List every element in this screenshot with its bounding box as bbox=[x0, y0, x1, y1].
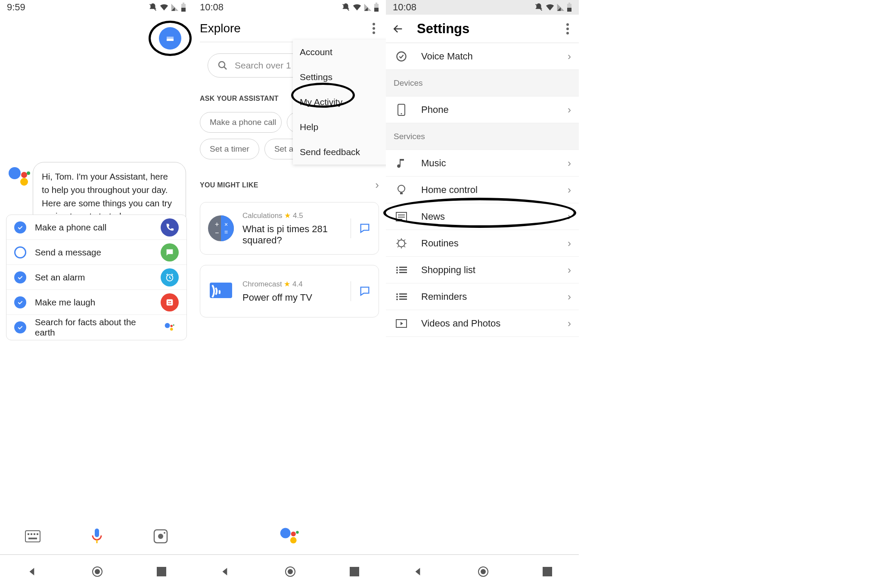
check-filled-icon bbox=[14, 321, 26, 333]
svg-rect-68 bbox=[399, 269, 407, 271]
svg-point-9 bbox=[20, 178, 28, 186]
mic-icon[interactable] bbox=[90, 528, 103, 545]
svg-point-28 bbox=[164, 532, 165, 534]
screen-assistant: 9:59 Hi, Tom. I'm your Assistant, here t… bbox=[0, 0, 193, 588]
assistant-logo-icon bbox=[8, 165, 30, 188]
screen-settings: 10:08 Settings Voice Match›DevicesPhone›… bbox=[386, 0, 579, 588]
settings-item-news[interactable]: News› bbox=[386, 203, 579, 230]
suggestion-chip[interactable]: Make a phone call bbox=[200, 112, 282, 133]
settings-item-music[interactable]: Music› bbox=[386, 150, 579, 177]
svg-rect-20 bbox=[31, 533, 32, 535]
svg-point-58 bbox=[398, 185, 405, 192]
svg-point-12 bbox=[168, 301, 170, 302]
svg-rect-54 bbox=[568, 3, 570, 4]
svg-point-49 bbox=[288, 569, 293, 574]
svg-rect-70 bbox=[399, 272, 407, 273]
chevron-right-icon: › bbox=[568, 157, 571, 169]
try-button[interactable] bbox=[351, 281, 371, 301]
settings-item-reminders[interactable]: Reminders› bbox=[386, 283, 579, 310]
search-icon bbox=[217, 60, 228, 71]
explore-card[interactable]: Chromecast ★ 4.4Power off my TV bbox=[200, 265, 379, 317]
overflow-menu-button[interactable] bbox=[562, 23, 573, 34]
svg-rect-3 bbox=[183, 3, 184, 4]
nav-recent-icon[interactable] bbox=[543, 567, 552, 576]
settings-item-label: Shopping list bbox=[421, 264, 556, 276]
nav-back-icon[interactable] bbox=[413, 566, 424, 577]
settings-item-label: Home control bbox=[421, 184, 556, 196]
back-arrow-icon[interactable] bbox=[392, 23, 404, 35]
signal-icon bbox=[556, 3, 565, 12]
settings-section-header: Devices bbox=[386, 70, 579, 96]
music-icon bbox=[394, 157, 409, 169]
menu-item-help[interactable]: Help bbox=[293, 115, 393, 140]
mute-icon bbox=[534, 3, 543, 12]
svg-point-6 bbox=[9, 167, 21, 179]
svg-rect-34 bbox=[374, 8, 379, 12]
menu-item-my-activity[interactable]: My Activity bbox=[293, 90, 393, 115]
svg-text:−: − bbox=[215, 229, 219, 236]
explore-card[interactable]: +−×=Calculations ★ 4.5What is pi times 2… bbox=[200, 202, 379, 255]
suggestion-row[interactable]: Search for facts about the earth bbox=[6, 315, 186, 340]
suggestion-row[interactable]: Set an alarm bbox=[6, 265, 186, 290]
card-category: Chromecast ★ 4.4 bbox=[242, 280, 342, 289]
mute-icon bbox=[341, 3, 351, 12]
svg-rect-19 bbox=[28, 533, 29, 535]
status-bar: 9:59 bbox=[0, 0, 193, 15]
menu-item-account[interactable]: Account bbox=[293, 40, 393, 65]
assistant-logo-icon[interactable] bbox=[279, 526, 300, 547]
settings-item-videos-and-photos[interactable]: Videos and Photos› bbox=[386, 310, 579, 337]
keyboard-icon[interactable] bbox=[25, 530, 40, 542]
message-icon bbox=[161, 243, 179, 261]
try-button[interactable] bbox=[351, 218, 371, 238]
svg-text:=: = bbox=[224, 229, 228, 236]
suggestion-chip[interactable]: Set a timer bbox=[200, 139, 259, 159]
suggestion-row[interactable]: Make a phone call bbox=[6, 215, 186, 240]
settings-item-shopping-list[interactable]: Shopping list› bbox=[386, 257, 579, 283]
svg-point-7 bbox=[21, 172, 27, 178]
settings-item-voice-match[interactable]: Voice Match› bbox=[386, 43, 579, 70]
settings-item-phone[interactable]: Phone› bbox=[386, 96, 579, 123]
suggestion-row[interactable]: Send a message bbox=[6, 240, 186, 265]
status-bar: 10:08 bbox=[386, 0, 579, 15]
svg-text:+: + bbox=[215, 221, 219, 228]
svg-point-44 bbox=[280, 528, 291, 538]
nav-recent-icon[interactable] bbox=[157, 567, 166, 576]
list-icon bbox=[394, 292, 409, 301]
nav-home-icon[interactable] bbox=[284, 565, 297, 578]
svg-rect-53 bbox=[567, 8, 571, 12]
svg-rect-2 bbox=[181, 8, 186, 12]
svg-rect-35 bbox=[376, 3, 377, 4]
nav-back-icon[interactable] bbox=[220, 566, 231, 577]
svg-point-47 bbox=[290, 537, 297, 544]
menu-item-settings[interactable]: Settings bbox=[293, 65, 393, 90]
svg-point-64 bbox=[398, 240, 405, 247]
overflow-dropdown: AccountSettingsMy ActivityHelpSend feedb… bbox=[293, 40, 393, 165]
overflow-menu-button[interactable] bbox=[369, 23, 379, 34]
settings-item-routines[interactable]: Routines› bbox=[386, 230, 579, 257]
suggestion-label: Set an alarm bbox=[35, 272, 152, 283]
svg-rect-31 bbox=[157, 567, 166, 576]
nav-back-icon[interactable] bbox=[27, 566, 38, 577]
message-icon bbox=[359, 285, 371, 297]
wifi-icon bbox=[352, 3, 362, 12]
svg-point-55 bbox=[397, 52, 406, 61]
settings-header: Settings bbox=[386, 15, 579, 43]
nav-recent-icon[interactable] bbox=[350, 567, 359, 576]
nav-bar bbox=[0, 554, 193, 588]
svg-rect-21 bbox=[34, 533, 35, 535]
section-you-might-like: YOU MIGHT LIKE bbox=[200, 181, 258, 189]
menu-item-send-feedback[interactable]: Send feedback bbox=[293, 140, 393, 165]
suggestion-row[interactable]: Make me laugh bbox=[6, 290, 186, 315]
inbox-fab[interactable] bbox=[159, 27, 181, 50]
chevron-right-icon[interactable]: › bbox=[375, 178, 379, 192]
battery-icon bbox=[567, 3, 572, 12]
settings-item-home-control[interactable]: Home control› bbox=[386, 177, 579, 203]
lens-icon[interactable] bbox=[153, 529, 168, 544]
list-icon bbox=[394, 266, 409, 274]
svg-rect-18 bbox=[25, 531, 40, 542]
nav-home-icon[interactable] bbox=[477, 565, 490, 578]
mute-icon bbox=[148, 3, 158, 12]
clock: 10:08 bbox=[200, 2, 224, 13]
svg-rect-23 bbox=[28, 538, 37, 539]
nav-home-icon[interactable] bbox=[91, 565, 104, 578]
